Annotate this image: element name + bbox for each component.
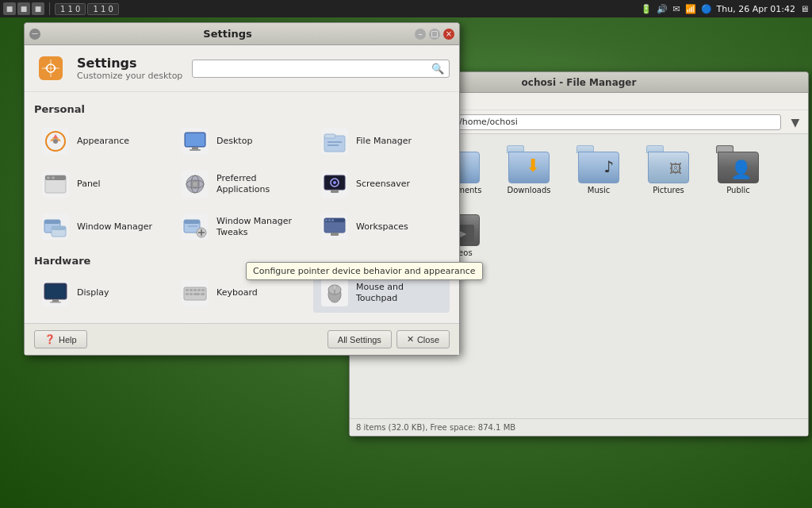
fm-address-path: /home/ochosi: [459, 117, 518, 127]
taskbar-app-icon-1[interactable]: ■: [3, 2, 16, 15]
svg-point-22: [192, 181, 198, 187]
taskbar-task-1[interactable]: 1 1 0: [55, 3, 86, 15]
sw-item-desktop[interactable]: Desktop: [174, 121, 310, 161]
sw-footer: ❓ Help All Settings ✕ Close: [25, 323, 459, 355]
sw-item-wm-tweaks-label: Window Manager Tweaks: [216, 216, 304, 239]
screensaver-icon: [320, 169, 350, 199]
taskbar-volume-icon: 🔊: [657, 4, 668, 14]
svg-rect-56: [186, 289, 189, 291]
svg-point-6: [53, 139, 58, 144]
svg-rect-32: [44, 220, 60, 224]
sw-item-keyboard-label: Keyboard: [216, 287, 258, 298]
svg-rect-34: [52, 226, 66, 230]
sw-item-wm-tweaks[interactable]: Window Manager Tweaks: [174, 207, 310, 247]
settings-window: — Settings – □ × Settings Customize your…: [24, 22, 460, 356]
search-icon: 🔍: [431, 63, 444, 75]
desktop-icon: [180, 126, 210, 156]
sw-item-removable[interactable]: Removable Drives and Media: [174, 316, 310, 323]
taskbar-left: ■ ■ ■ 1 1 0 1 1 0: [3, 2, 119, 15]
panel-icon: [40, 169, 71, 199]
sw-search-input[interactable]: [197, 63, 428, 74]
sw-item-power[interactable]: Power Manager: [34, 316, 170, 323]
svg-rect-53: [50, 302, 61, 303]
sw-item-mouse-label: Mouse and Touchpad: [356, 282, 443, 305]
sw-item-appearance[interactable]: Appearance: [34, 121, 170, 161]
sw-item-preferred-apps[interactable]: Preferred Applications: [174, 164, 310, 204]
sw-item-appearance-label: Appearance: [77, 136, 129, 147]
download-arrow-icon: ⬇: [523, 154, 542, 176]
taskbar-bluetooth-icon: 🔵: [701, 4, 712, 14]
sw-help-button[interactable]: ❓ Help: [34, 330, 87, 348]
sw-help-label: Help: [59, 335, 77, 344]
taskbar-task-2[interactable]: 1 1 0: [87, 3, 118, 15]
svg-rect-11: [186, 133, 205, 146]
sw-item-mouse[interactable]: Mouse and Touchpad: [313, 273, 450, 313]
fm-folder-downloads-label: Downloads: [508, 186, 551, 195]
sw-close-label: Close: [417, 335, 439, 344]
sw-item-workspaces-label: Workspaces: [356, 221, 408, 233]
fm-folder-public[interactable]: 👤 Public: [707, 142, 770, 198]
sw-item-display[interactable]: Display: [34, 273, 170, 313]
sw-item-workspaces[interactable]: Workspaces: [313, 207, 450, 247]
sw-item-desktop-label: Desktop: [216, 136, 252, 147]
sw-item-display-label: Display: [77, 287, 109, 298]
sw-menu-button[interactable]: —: [29, 29, 40, 40]
public-person-icon: 👤: [730, 160, 752, 179]
sw-section-personal: Personal: [34, 103, 450, 115]
svg-rect-19: [52, 177, 55, 179]
sw-maximize-button[interactable]: □: [429, 29, 440, 40]
sw-minimize-button[interactable]: –: [415, 29, 426, 40]
svg-rect-29: [331, 190, 339, 193]
sw-item-keyboard[interactable]: Keyboard: [174, 273, 310, 313]
workspaces-icon: [320, 212, 350, 242]
sw-titlebar: — Settings – □ ×: [25, 23, 459, 45]
svg-point-69: [333, 285, 336, 290]
svg-rect-58: [193, 289, 197, 291]
svg-point-28: [333, 181, 336, 184]
fm-folder-music-label: Music: [588, 186, 610, 195]
svg-rect-61: [186, 293, 189, 295]
taskbar-battery-icon: 🔋: [641, 4, 652, 14]
sw-search-box[interactable]: 🔍: [192, 60, 450, 78]
fm-folder-pictures-label: Pictures: [653, 186, 684, 195]
sw-item-wm[interactable]: Window Manager: [34, 207, 170, 247]
fm-folder-downloads[interactable]: ⬇ Downloads: [497, 142, 561, 198]
svg-rect-62: [190, 293, 193, 295]
power-icon: [40, 321, 71, 323]
svg-rect-63: [193, 293, 200, 295]
mouse-icon: [320, 278, 350, 308]
svg-rect-51: [45, 284, 66, 298]
fm-folder-music[interactable]: ♪ Music: [567, 142, 630, 198]
taskbar-app-icon-3[interactable]: ■: [32, 2, 44, 15]
sw-close-button[interactable]: ×: [443, 29, 454, 40]
sw-header-text: Settings Customize your desktop: [77, 56, 182, 81]
svg-rect-37: [184, 220, 200, 224]
svg-rect-18: [47, 177, 50, 179]
taskbar-app-icon-2[interactable]: ■: [17, 2, 30, 15]
music-note-icon: ♪: [603, 157, 614, 176]
sw-title-buttons: – □ ×: [415, 29, 454, 40]
sw-header-title: Settings: [77, 56, 182, 71]
sw-header-subtitle: Customize your desktop: [77, 71, 182, 81]
file-manager-icon: [320, 126, 350, 156]
help-circle-icon: ❓: [44, 334, 56, 344]
taskbar-network-icon: 📶: [685, 4, 696, 14]
fm-status-text: 8 items (32.0 KB), Free space: 874.1 MB: [356, 423, 515, 432]
taskbar-mail-icon: ✉: [672, 4, 680, 14]
close-icon: ✕: [407, 334, 414, 344]
sw-item-panel[interactable]: Panel: [34, 164, 170, 204]
sw-close-footer-button[interactable]: ✕ Close: [396, 330, 450, 348]
svg-rect-59: [197, 289, 201, 291]
display-icon: [40, 278, 71, 308]
sw-all-settings-button[interactable]: All Settings: [327, 330, 392, 348]
sw-item-filemanager[interactable]: File Manager: [313, 121, 450, 161]
window-manager-icon: [40, 212, 71, 242]
fm-title: ochosi - File Manager: [522, 77, 637, 88]
sw-item-screensaver[interactable]: Screensaver: [313, 164, 450, 204]
sw-body: Personal Appearance: [25, 92, 459, 323]
fm-address-bar[interactable]: 📂 /home/ochosi: [439, 114, 781, 130]
taskbar-screen-icon: 🖥: [800, 4, 809, 14]
fm-folder-pictures[interactable]: 🖼 Pictures: [637, 142, 700, 198]
sw-title: Settings: [40, 28, 415, 40]
fm-dropdown-button[interactable]: ▼: [786, 114, 805, 131]
